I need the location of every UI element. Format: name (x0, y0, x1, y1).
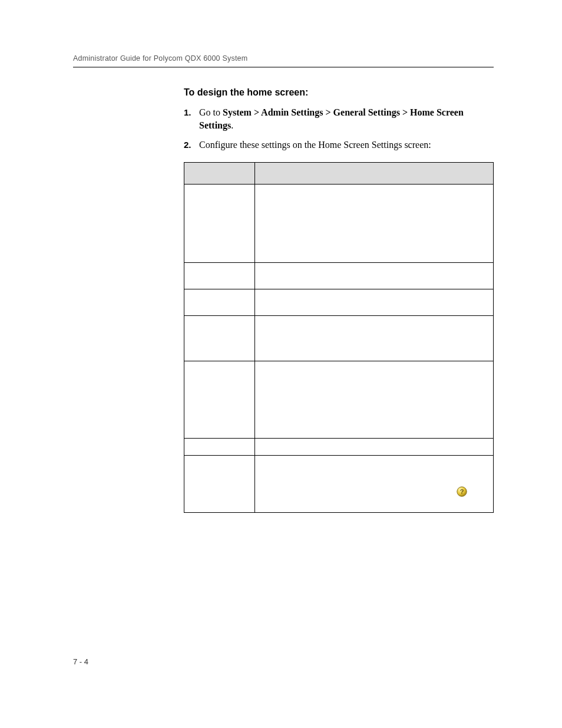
header-rule (73, 67, 494, 68)
table-header-description (255, 163, 494, 185)
step-1-lead: Go to (199, 107, 223, 117)
table-cell-description: ? (255, 456, 494, 513)
step-1-navpath: System > Admin Settings > General Settin… (199, 107, 464, 130)
table-cell-setting (184, 316, 255, 361)
svg-text:?: ? (460, 488, 464, 495)
main-content: To design the home screen: 1. Go to Syst… (184, 87, 494, 513)
table-cell-description (255, 439, 494, 456)
step-2: 2. Configure these settings on the Home … (184, 139, 494, 151)
table-cell-setting (184, 439, 255, 456)
table-header-row (184, 163, 494, 185)
table-cell-setting (184, 263, 255, 289)
table-cell-description (255, 263, 494, 289)
table-cell-setting (184, 289, 255, 316)
running-header: Administrator Guide for Polycom QDX 6000… (73, 54, 247, 62)
step-number: 2. (184, 139, 191, 151)
step-1: 1. Go to System > Admin Settings > Gener… (184, 106, 494, 133)
table-cell-setting (184, 361, 255, 439)
settings-table: ? (184, 162, 494, 513)
table-cell-description (255, 289, 494, 316)
table-header-setting (184, 163, 255, 185)
table-row (184, 289, 494, 316)
help-icon: ? (457, 486, 467, 499)
table-row (184, 361, 494, 439)
page-number: 7 - 4 (73, 657, 88, 666)
step-number: 1. (184, 106, 191, 118)
procedure-steps: 1. Go to System > Admin Settings > Gener… (184, 106, 494, 151)
table-cell-description (255, 316, 494, 361)
table-cell-setting (184, 185, 255, 263)
table-row (184, 185, 494, 263)
table-cell-setting (184, 456, 255, 513)
table-row: ? (184, 456, 494, 513)
table-row (184, 316, 494, 361)
table-row (184, 439, 494, 456)
document-page: Administrator Guide for Polycom QDX 6000… (0, 0, 562, 728)
section-title: To design the home screen: (184, 87, 494, 98)
step-2-text: Configure these settings on the Home Scr… (199, 140, 431, 150)
table-cell-description (255, 185, 494, 263)
step-1-tail: . (231, 120, 233, 130)
table-row (184, 263, 494, 289)
table-cell-description (255, 361, 494, 439)
